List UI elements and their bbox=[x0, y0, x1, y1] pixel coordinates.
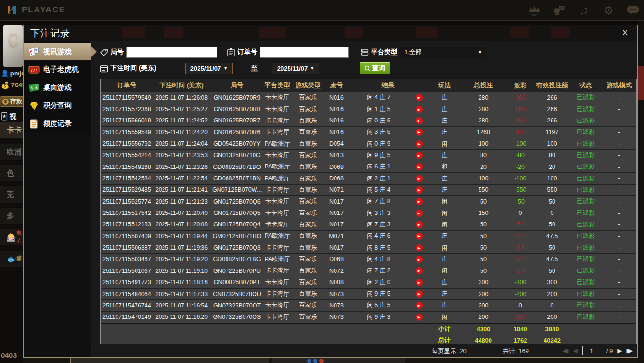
prev-page-icon[interactable]: ◀ bbox=[573, 347, 578, 354]
sidebar-item-quota-records[interactable]: 额度记录 bbox=[24, 115, 91, 132]
next-page-icon[interactable]: ▶ bbox=[617, 347, 622, 354]
cell-result: 闲 5 庄 4 bbox=[348, 185, 409, 195]
round-input[interactable] bbox=[126, 47, 217, 58]
platform-select[interactable]: 1.全部 ▼ bbox=[400, 47, 486, 58]
cell-status: 已派彩 bbox=[570, 265, 602, 276]
subtotal-row: 小计 4300 1040 3840 bbox=[101, 323, 636, 335]
cell-play-icon: ▶ bbox=[409, 312, 428, 323]
play-video-icon[interactable]: ▶ bbox=[416, 129, 423, 136]
cell-platform: 卡卡湾厅 bbox=[263, 127, 291, 138]
first-page-icon[interactable]: ◀◀ bbox=[562, 347, 568, 354]
cell-round: GN07125B070W... bbox=[210, 185, 263, 195]
search-button[interactable]: 查询 bbox=[360, 62, 390, 74]
cell-game-mode: - bbox=[602, 300, 636, 311]
play-video-icon[interactable]: ▶ bbox=[416, 290, 423, 298]
play-video-icon[interactable]: ▶ bbox=[416, 244, 423, 251]
betting-records-app: PLAYACE VIP ♫ ⚙ 👤 pmjo 💰 7049 $存款 🃏 视 卡卡… bbox=[0, 0, 644, 363]
sidebar-item-slots[interactable]: 777 电子老虎机 bbox=[24, 61, 91, 78]
date-to-select[interactable]: 2025/11/07▼ bbox=[272, 62, 319, 74]
cell-play-icon: ▶ bbox=[409, 115, 428, 126]
play-video-icon[interactable]: ▶ bbox=[416, 233, 423, 240]
cell-payout: -100 bbox=[506, 173, 535, 184]
cell-status: 已派彩 bbox=[570, 103, 602, 114]
cell-order: 251107115484064 bbox=[101, 289, 153, 299]
vip-crown-icon[interactable]: VIP bbox=[527, 3, 542, 18]
play-video-icon[interactable]: ▶ bbox=[416, 117, 423, 124]
table-row: 2511071155257742025-11-07 11:21:23GN0172… bbox=[101, 196, 636, 207]
cell-game-mode: - bbox=[602, 277, 636, 288]
play-video-icon[interactable]: ▶ bbox=[416, 210, 423, 217]
play-video-icon[interactable]: ▶ bbox=[416, 186, 423, 194]
cell-valid-bet: 1197 bbox=[535, 127, 570, 138]
play-video-icon[interactable]: ▶ bbox=[416, 302, 423, 309]
sidebar-item-video-games[interactable]: K♥ 9 视讯游戏 bbox=[24, 43, 91, 60]
play-video-icon[interactable]: ▶ bbox=[416, 163, 423, 170]
cell-time: 2025-11-07 11:20:08 bbox=[153, 219, 210, 230]
play-video-icon[interactable]: ▶ bbox=[416, 94, 423, 101]
deposit-button[interactable]: $存款 bbox=[0, 96, 23, 107]
cell-status: 已派彩 bbox=[570, 277, 602, 288]
bet-time-filter: 下注时间 (美东) bbox=[100, 62, 156, 74]
gear-icon[interactable]: ⚙ bbox=[601, 3, 616, 18]
cell-status: 已派彩 bbox=[570, 231, 602, 242]
cell-round: GD05425B070YY bbox=[210, 138, 263, 149]
play-video-icon[interactable]: ▶ bbox=[416, 256, 423, 263]
cell-time: 2025-11-07 11:23:26 bbox=[153, 161, 210, 172]
cell-platform: 卡卡湾厅 bbox=[263, 150, 291, 161]
play-video-icon[interactable]: ▶ bbox=[416, 175, 423, 182]
cam-chat-icon[interactable] bbox=[552, 3, 566, 18]
cell-round: GN07325B070OT bbox=[210, 300, 263, 311]
bg-bottom-text: 0403 bbox=[1, 351, 17, 359]
cell-play: 庄 bbox=[428, 185, 461, 195]
cell-result: 闲 7 庄 3 bbox=[348, 219, 409, 230]
play-video-icon[interactable]: ▶ bbox=[416, 152, 423, 159]
cell-play: 闲 bbox=[428, 265, 461, 276]
play-video-icon[interactable]: ▶ bbox=[416, 106, 423, 113]
play-video-icon[interactable]: ▶ bbox=[416, 279, 423, 286]
cell-round: GN01725B070Q4 bbox=[210, 219, 263, 230]
play-video-icon[interactable]: ▶ bbox=[416, 314, 423, 321]
subtotal-label: 小计 bbox=[428, 324, 461, 335]
date-from-select[interactable]: 2025/11/07▼ bbox=[185, 62, 233, 74]
cell-round: GM07125B071HO bbox=[210, 231, 263, 242]
close-icon[interactable]: × bbox=[618, 26, 632, 39]
cell-result: 闲 2 庄 0 bbox=[348, 277, 409, 288]
cell-game-type: 百家乐 bbox=[291, 127, 325, 138]
sidebar-item-table-games[interactable]: $ ♠ 桌面游戏 bbox=[24, 79, 91, 96]
play-video-icon[interactable]: ▶ bbox=[416, 221, 423, 228]
bg-nav-video: 🃏 视 bbox=[1, 112, 16, 121]
cell-platform: PA欧洲厅 bbox=[263, 254, 291, 265]
cell-time: 2025-11-07 11:22:54 bbox=[153, 173, 210, 184]
points-icon bbox=[28, 101, 40, 111]
chevron-down-icon: ▼ bbox=[478, 50, 482, 55]
cell-table-no: N017 bbox=[325, 207, 348, 218]
cell-status: 已派彩 bbox=[570, 150, 602, 161]
cell-valid-bet: 20 bbox=[535, 161, 570, 172]
cell-table-no: N016 bbox=[325, 92, 348, 103]
cell-game-type: 百家乐 bbox=[291, 265, 325, 276]
cell-total-bet: 80 bbox=[461, 150, 506, 161]
top-bar: PLAYACE VIP ♫ ⚙ bbox=[0, 0, 644, 21]
cell-round: GN01625B070R6 bbox=[210, 127, 263, 138]
play-video-icon[interactable]: ▶ bbox=[416, 140, 423, 148]
cell-game-mode: - bbox=[602, 150, 636, 161]
cell-payout: 0 bbox=[506, 207, 535, 218]
cell-status: 已派彩 bbox=[570, 127, 602, 138]
play-video-icon[interactable]: ▶ bbox=[416, 267, 423, 274]
music-icon[interactable]: ♫ bbox=[577, 3, 591, 18]
page-input[interactable] bbox=[582, 346, 601, 355]
cell-valid-bet: 100 bbox=[535, 173, 570, 184]
cell-result: 闲 5 庄 5 bbox=[348, 300, 409, 311]
cell-game-type: 百家乐 bbox=[291, 231, 325, 242]
play-video-icon[interactable]: ▶ bbox=[416, 198, 423, 205]
modal-title-bar: 下注记录 × bbox=[24, 25, 637, 41]
chat-icon[interactable] bbox=[626, 3, 640, 18]
cell-order: 251107115470149 bbox=[101, 312, 153, 323]
col-header-game-mode: 游戏模式 bbox=[602, 79, 636, 92]
last-page-icon[interactable]: ▶▶ bbox=[627, 347, 633, 354]
subtotal-bet: 4300 bbox=[461, 324, 506, 335]
cell-time: 2025-11-07 11:24:20 bbox=[153, 127, 210, 138]
order-input[interactable] bbox=[260, 47, 349, 58]
sidebar-item-points[interactable]: 积分查询 bbox=[24, 97, 91, 114]
cell-valid-bet: 50 bbox=[535, 242, 570, 253]
